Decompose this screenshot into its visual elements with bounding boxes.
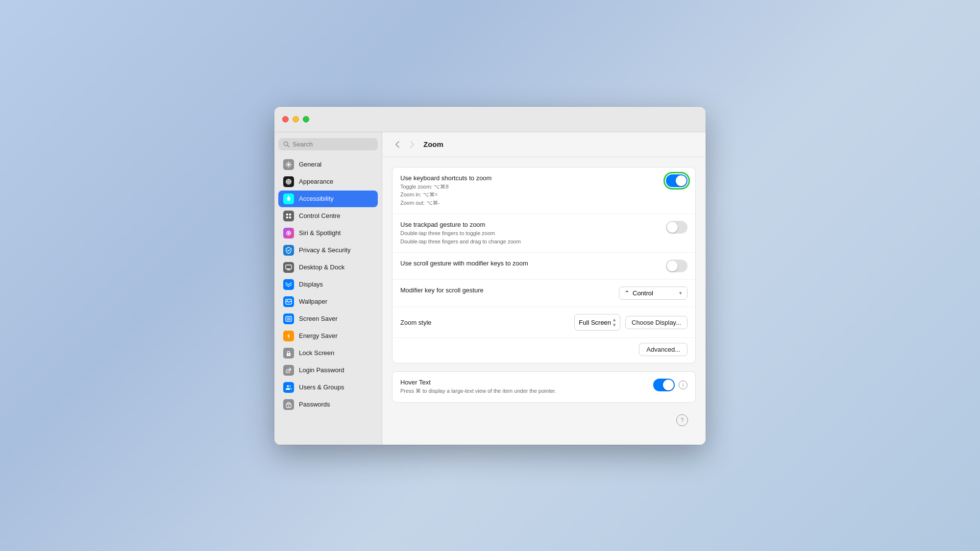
sidebar-item-label-energy: Energy Saver xyxy=(299,332,338,339)
screensaver-icon xyxy=(283,313,294,324)
hover-text-info-button[interactable]: i xyxy=(679,381,687,389)
svg-point-4 xyxy=(288,196,290,197)
sidebar-item-label-users: Users & Groups xyxy=(299,383,344,391)
sidebar-item-label-accessibility: Accessibility xyxy=(299,195,334,202)
login-icon xyxy=(283,365,294,376)
sidebar-item-siri[interactable]: Siri & Spotlight xyxy=(278,225,378,241)
sidebar-item-label-general: General xyxy=(299,161,321,168)
zoom-style-label: Zoom style xyxy=(400,319,568,326)
scroll-gesture-row: Use scroll gesture with modifier keys to… xyxy=(392,253,695,280)
sidebar-item-users[interactable]: Users & Groups xyxy=(278,379,378,396)
sidebar-item-label-screensaver: Screen Saver xyxy=(299,315,338,322)
stepper-arrows-icon: ▴▾ xyxy=(613,317,616,328)
sidebar-item-screensaver[interactable]: Screen Saver xyxy=(278,311,378,327)
scroll-gesture-thumb xyxy=(667,261,678,271)
svg-point-19 xyxy=(288,354,289,355)
keyboard-shortcuts-row: Use keyboard shortcuts to zoom Toggle zo… xyxy=(392,168,695,215)
sidebar-item-energy[interactable]: Energy Saver xyxy=(278,328,378,344)
hover-text-thumb xyxy=(663,380,674,390)
zoom-style-controls: Full Screen ▴▾ Choose Display... xyxy=(574,314,687,331)
keyboard-shortcuts-label: Use keyboard shortcuts to zoom xyxy=(400,174,660,182)
sidebar-item-lock[interactable]: Lock Screen xyxy=(278,345,378,361)
sidebar-item-label-desktop: Desktop & Dock xyxy=(299,264,344,271)
modifier-key-label: Modifier key for scroll gesture xyxy=(400,287,613,294)
sidebar-item-accessibility[interactable]: Accessibility xyxy=(278,191,378,207)
keyboard-shortcuts-desc: Toggle zoom: ⌥⌘8Zoom in: ⌥⌘=Zoom out: ⌥⌘… xyxy=(400,183,660,207)
zoom-style-stepper[interactable]: Full Screen ▴▾ xyxy=(574,314,620,331)
sidebar-item-control-centre[interactable]: Control Centre xyxy=(278,208,378,224)
lock-icon xyxy=(283,348,294,359)
modifier-key-dropdown[interactable]: ⌃ Control ▾ xyxy=(619,287,687,300)
sidebar: General Appearance Acc xyxy=(274,132,382,445)
scroll-gesture-info: Use scroll gesture with modifier keys to… xyxy=(400,260,660,268)
content-body: Use keyboard shortcuts to zoom Toggle zo… xyxy=(382,157,706,444)
keyboard-shortcuts-toggle[interactable] xyxy=(666,174,687,187)
sidebar-item-privacy[interactable]: Privacy & Security xyxy=(278,242,378,259)
scroll-gesture-control xyxy=(666,260,687,272)
sidebar-item-label-control: Control Centre xyxy=(299,212,341,219)
trackpad-gesture-control xyxy=(666,221,687,234)
modifier-key-control: ⌃ Control ▾ xyxy=(619,287,687,300)
traffic-lights xyxy=(282,116,309,122)
sidebar-item-appearance[interactable]: Appearance xyxy=(278,173,378,190)
minimize-button[interactable] xyxy=(293,116,299,122)
hover-text-toggle[interactable] xyxy=(653,379,675,391)
svg-rect-7 xyxy=(286,216,288,218)
help-button[interactable]: ? xyxy=(676,414,688,426)
modifier-key-caret: ⌃ xyxy=(624,289,630,297)
modifier-key-row: Modifier key for scroll gesture ⌃ Contro… xyxy=(392,280,695,307)
users-icon xyxy=(283,382,294,393)
chevron-down-icon: ▾ xyxy=(679,290,682,296)
privacy-icon xyxy=(283,245,294,256)
question-mark-icon: ? xyxy=(681,417,684,424)
svg-point-2 xyxy=(288,163,290,166)
search-icon xyxy=(283,141,290,147)
sidebar-item-label-siri: Siri & Spotlight xyxy=(299,229,341,237)
system-settings-window: General Appearance Acc xyxy=(274,107,706,445)
forward-button[interactable] xyxy=(407,139,417,150)
search-bar[interactable] xyxy=(278,138,378,150)
svg-point-24 xyxy=(290,385,291,386)
keyboard-shortcuts-track xyxy=(666,174,687,187)
maximize-button[interactable] xyxy=(303,116,309,122)
keyboard-shortcuts-info: Use keyboard shortcuts to zoom Toggle zo… xyxy=(400,174,660,207)
content-header: Zoom xyxy=(382,132,706,157)
zoom-section-1: Use keyboard shortcuts to zoom Toggle zo… xyxy=(392,167,696,364)
svg-rect-6 xyxy=(289,214,291,216)
appearance-icon xyxy=(283,176,294,187)
advanced-button[interactable]: Advanced... xyxy=(639,343,687,356)
zoom-style-row: Zoom style Full Screen ▴▾ Choose Display… xyxy=(392,307,695,337)
passwords-icon xyxy=(283,399,294,410)
zoom-style-value: Full Screen xyxy=(579,319,611,326)
sidebar-item-passwords[interactable]: Passwords xyxy=(278,396,378,413)
sidebar-item-label-displays: Displays xyxy=(299,281,323,288)
trackpad-gesture-toggle[interactable] xyxy=(666,221,687,234)
sidebar-item-general[interactable]: General xyxy=(278,156,378,173)
hover-text-section: Hover Text Press ⌘ to display a large-te… xyxy=(392,371,696,403)
svg-point-10 xyxy=(288,232,290,234)
search-input[interactable] xyxy=(293,141,373,148)
sidebar-item-login[interactable]: Login Password xyxy=(278,362,378,379)
displays-icon xyxy=(283,279,294,290)
back-button[interactable] xyxy=(392,139,403,150)
titlebar xyxy=(274,107,706,132)
hover-text-label: Hover Text xyxy=(400,379,647,386)
keyboard-shortcuts-thumb xyxy=(676,175,686,186)
sidebar-item-wallpaper[interactable]: Wallpaper xyxy=(278,293,378,310)
close-button[interactable] xyxy=(282,116,289,122)
scroll-gesture-toggle[interactable] xyxy=(666,260,687,272)
energy-icon xyxy=(283,331,294,341)
sidebar-item-desktop[interactable]: Desktop & Dock xyxy=(278,259,378,276)
sidebar-item-displays[interactable]: Displays xyxy=(278,276,378,293)
sidebar-item-label-passwords: Passwords xyxy=(299,401,330,408)
sidebar-item-label-wallpaper: Wallpaper xyxy=(299,298,327,305)
trackpad-gesture-info: Use trackpad gesture to zoom Double-tap … xyxy=(400,221,660,245)
hover-text-row: Hover Text Press ⌘ to display a large-te… xyxy=(392,372,695,402)
svg-rect-11 xyxy=(286,265,292,269)
choose-display-button[interactable]: Choose Display... xyxy=(625,316,687,329)
page-title: Zoom xyxy=(423,140,443,148)
sidebar-item-label-privacy: Privacy & Security xyxy=(299,246,350,254)
svg-rect-8 xyxy=(289,216,291,218)
wallpaper-icon xyxy=(283,296,294,307)
hover-text-control: i xyxy=(653,379,687,391)
